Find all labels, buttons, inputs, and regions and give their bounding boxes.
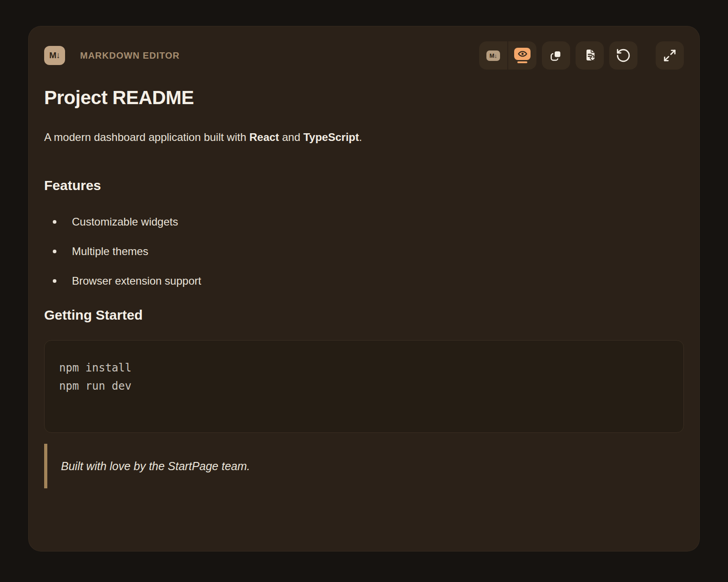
blockquote: Built with love by the StartPage team.	[44, 444, 684, 488]
reset-button[interactable]	[609, 41, 637, 70]
eye-icon	[518, 51, 527, 57]
source-view-button[interactable]: M↓	[479, 41, 507, 70]
markdown-source-icon: M↓	[486, 50, 500, 61]
list-item: Browser extension support	[44, 274, 684, 288]
reset-icon	[616, 48, 631, 63]
header-left: M↓ MARKDOWN EDITOR	[44, 46, 180, 65]
document-title: Project README	[44, 87, 684, 109]
list-item: Customizable widgets	[44, 215, 684, 229]
list-item: Multiple themes	[44, 244, 684, 259]
app-title: MARKDOWN EDITOR	[80, 50, 180, 61]
markdown-editor-panel: M↓ MARKDOWN EDITOR M↓	[28, 26, 700, 552]
features-list: Customizable widgets Multiple themes Bro…	[44, 215, 684, 288]
list-item-label: Multiple themes	[72, 244, 148, 259]
header: M↓ MARKDOWN EDITOR M↓	[44, 41, 684, 70]
preview-stand-shape	[517, 61, 527, 63]
toolbar: M↓	[479, 41, 684, 70]
fullscreen-button[interactable]	[656, 41, 684, 70]
list-item-label: Customizable widgets	[72, 215, 178, 229]
expand-icon	[663, 49, 677, 62]
bullet-dot	[53, 250, 56, 253]
view-toggle-group: M↓	[479, 41, 536, 70]
file-export-icon	[583, 49, 597, 62]
code-line: npm install	[59, 359, 669, 377]
features-heading: Features	[44, 177, 684, 194]
code-line: npm run dev	[59, 377, 669, 395]
intro-text: A modern dashboard application built wit…	[44, 131, 249, 143]
intro-bold-typescript: TypeScript	[303, 131, 359, 143]
intro-bold-react: React	[249, 131, 279, 143]
export-button[interactable]	[576, 41, 604, 70]
eye-preview-icon	[514, 48, 531, 63]
list-item-label: Browser extension support	[72, 274, 201, 288]
intro-text: and	[279, 131, 303, 143]
getting-started-heading: Getting Started	[44, 306, 684, 324]
logo-glyph: M↓	[49, 50, 60, 60]
code-block: npm install npm run dev	[44, 340, 684, 433]
intro-text: .	[359, 131, 362, 143]
copy-icon	[549, 49, 563, 62]
copy-button[interactable]	[542, 41, 570, 70]
markdown-logo-icon: M↓	[44, 46, 65, 65]
intro-paragraph: A modern dashboard application built wit…	[44, 130, 684, 145]
bullet-dot	[53, 279, 56, 283]
preview-view-button[interactable]	[508, 41, 536, 70]
preview-screen-shape	[514, 48, 531, 60]
bullet-dot	[53, 220, 56, 224]
